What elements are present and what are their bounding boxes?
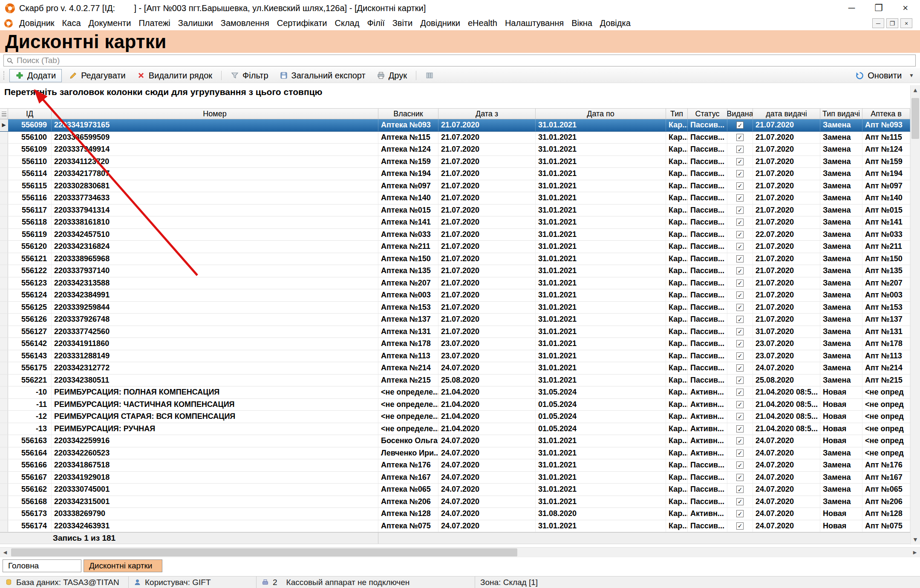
menu-item-13[interactable]: Вікна xyxy=(568,17,596,29)
filter-button[interactable]: Фільтр xyxy=(227,69,272,82)
table-row[interactable]: 556173 203338269790 Аптека №128 24.07.20… xyxy=(0,508,910,520)
issued-checkbox[interactable]: ✓ xyxy=(736,134,744,141)
issued-checkbox[interactable]: ✓ xyxy=(736,255,744,262)
maximize-button[interactable]: ❐ xyxy=(874,3,883,13)
menu-item-1[interactable]: Каса xyxy=(58,17,85,29)
scroll-down-arrow[interactable]: ▼ xyxy=(911,535,920,545)
menu-item-6[interactable]: Сертифікати xyxy=(273,17,331,29)
issued-checkbox[interactable]: ✓ xyxy=(736,510,744,517)
table-row[interactable]: 556175 2203342312772 Аптека №214 24.07.2… xyxy=(0,362,910,375)
table-row[interactable]: 556163 2203342259916 Босенко Ольга 24.07… xyxy=(0,435,910,447)
close-button[interactable]: × xyxy=(903,3,908,13)
menu-item-8[interactable]: Філії xyxy=(363,17,388,29)
issued-checkbox[interactable]: ✓ xyxy=(736,121,744,129)
table-row[interactable]: -10 РЕИМБУРСАЦИЯ: ПОЛНАЯ КОМПЕНСАЦИЯ <не… xyxy=(0,386,910,399)
table-row[interactable]: 556166 2203341867518 Аптека №176 24.07.2… xyxy=(0,459,910,472)
horizontal-scroll-thumb[interactable] xyxy=(11,548,517,556)
issued-checkbox[interactable]: ✓ xyxy=(736,413,744,420)
menu-item-11[interactable]: eHealth xyxy=(464,17,501,29)
table-row[interactable]: -11 РЕИМБУРСАЦИЯ: ЧАСТИЧНАЯ КОМПЕНСАЦИЯ … xyxy=(0,399,910,411)
menu-item-5[interactable]: Замовлення xyxy=(217,17,273,29)
issued-checkbox[interactable]: ✓ xyxy=(736,304,744,311)
column-header-0[interactable]: ІД xyxy=(8,109,52,119)
issued-checkbox[interactable]: ✓ xyxy=(736,437,744,444)
delete-row-button[interactable]: Видалити рядок xyxy=(133,69,216,82)
scroll-right-arrow[interactable]: ▶ xyxy=(910,548,920,557)
table-row[interactable]: 556099 2203341973165 Аптека №093 21.07.2… xyxy=(0,119,910,132)
scroll-up-arrow[interactable]: ▲ xyxy=(911,85,920,95)
table-row[interactable]: 556142 2203341911860 Аптека №178 23.07.2… xyxy=(0,338,910,350)
issued-checkbox[interactable]: ✓ xyxy=(736,425,744,432)
column-header-7[interactable]: Видана xyxy=(727,109,753,119)
scroll-left-arrow[interactable]: ◀ xyxy=(0,548,10,557)
issued-checkbox[interactable]: ✓ xyxy=(736,170,744,177)
print-button[interactable]: Друк xyxy=(373,69,411,82)
table-row[interactable]: -13 РЕИМБУРСАЦИЯ: РУЧНАЯ <не определе...… xyxy=(0,423,910,435)
issued-checkbox[interactable]: ✓ xyxy=(736,291,744,299)
minimize-button[interactable]: ─ xyxy=(848,3,855,13)
column-header-10[interactable]: Аптека в xyxy=(862,109,910,119)
issued-checkbox[interactable]: ✓ xyxy=(736,461,744,469)
table-row[interactable]: 556118 2203338161810 Аптека №141 21.07.2… xyxy=(0,216,910,229)
table-row[interactable]: 556168 2203342315001 Аптека №206 24.07.2… xyxy=(0,496,910,508)
issued-checkbox[interactable]: ✓ xyxy=(736,401,744,408)
table-row[interactable]: 556174 2203342463931 Аптека №075 24.07.2… xyxy=(0,520,910,533)
issued-checkbox[interactable]: ✓ xyxy=(736,182,744,190)
issued-checkbox[interactable]: ✓ xyxy=(736,450,744,457)
table-row[interactable]: 556123 2203342313588 Аптека №207 21.07.2… xyxy=(0,277,910,290)
vertical-scroll-thumb[interactable] xyxy=(911,98,919,139)
issued-checkbox[interactable]: ✓ xyxy=(736,158,744,165)
issued-checkbox[interactable]: ✓ xyxy=(736,146,744,153)
column-header-3[interactable]: Дата з xyxy=(438,109,536,119)
tab-0[interactable]: Головна xyxy=(3,559,81,572)
issued-checkbox[interactable]: ✓ xyxy=(736,377,744,384)
column-header-2[interactable]: Власник xyxy=(378,109,438,119)
column-header-1[interactable]: Номер xyxy=(52,109,378,119)
edit-button[interactable]: Редагувати xyxy=(65,69,130,82)
table-row[interactable]: 556124 2203342384991 Аптека №003 21.07.2… xyxy=(0,289,910,302)
table-row[interactable]: 556221 2203342380511 Аптека №215 25.08.2… xyxy=(0,375,910,387)
menu-item-12[interactable]: Налаштування xyxy=(501,17,568,29)
mdi-minimize-button[interactable]: ─ xyxy=(872,18,884,28)
grid-corner-cell[interactable] xyxy=(0,109,8,119)
menu-item-10[interactable]: Довідники xyxy=(416,17,464,29)
issued-checkbox[interactable]: ✓ xyxy=(736,498,744,505)
table-row[interactable]: 556119 2203342457510 Аптека №033 21.07.2… xyxy=(0,229,910,241)
table-row[interactable]: 556116 2203337734633 Аптека №140 21.07.2… xyxy=(0,192,910,205)
issued-checkbox[interactable]: ✓ xyxy=(736,352,744,360)
table-row[interactable]: 556143 2203331288149 Аптека №113 23.07.2… xyxy=(0,350,910,363)
table-row[interactable]: 556117 2203337941314 Аптека №015 21.07.2… xyxy=(0,205,910,217)
issued-checkbox[interactable]: ✓ xyxy=(736,267,744,274)
issued-checkbox[interactable]: ✓ xyxy=(736,243,744,250)
table-row[interactable]: 556115 2203302830681 Аптека №097 21.07.2… xyxy=(0,180,910,193)
issued-checkbox[interactable]: ✓ xyxy=(736,207,744,214)
issued-checkbox[interactable]: ✓ xyxy=(736,316,744,323)
search-input[interactable] xyxy=(16,55,915,66)
group-by-panel[interactable]: Перетягніть заголовок колонки сюди для у… xyxy=(0,85,910,99)
add-button[interactable]: Додати xyxy=(9,69,62,82)
mdi-close-button[interactable]: × xyxy=(900,18,912,28)
export-button[interactable]: Загальний експорт xyxy=(276,69,369,82)
table-row[interactable]: 556110 2203341123720 Аптека №159 21.07.2… xyxy=(0,156,910,168)
issued-checkbox[interactable]: ✓ xyxy=(736,389,744,396)
issued-checkbox[interactable]: ✓ xyxy=(736,194,744,202)
column-header-5[interactable]: Тип xyxy=(666,109,688,119)
menu-item-9[interactable]: Звіти xyxy=(389,17,416,29)
column-header-4[interactable]: Дата по xyxy=(536,109,666,119)
menu-item-4[interactable]: Залишки xyxy=(174,17,217,29)
refresh-dropdown-arrow[interactable]: ▼ xyxy=(909,72,914,78)
menu-item-7[interactable]: Склад xyxy=(331,17,363,29)
table-row[interactable]: 556127 2203337742560 Аптека №131 21.07.2… xyxy=(0,326,910,338)
issued-checkbox[interactable]: ✓ xyxy=(736,231,744,238)
issued-checkbox[interactable]: ✓ xyxy=(736,340,744,347)
table-row[interactable]: 556164 2203342260523 Левченко Ири... 24.… xyxy=(0,447,910,460)
table-row[interactable]: 556121 2203338965968 Аптека №150 21.07.2… xyxy=(0,253,910,265)
issued-checkbox[interactable]: ✓ xyxy=(736,474,744,481)
menu-item-3[interactable]: Платежі xyxy=(135,17,174,29)
refresh-button[interactable]: Оновити xyxy=(851,69,906,82)
table-row[interactable]: 556167 2203341929018 Аптека №167 24.07.2… xyxy=(0,472,910,484)
table-row[interactable]: -12 РЕИМБУРСАЦИЯ СТАРАЯ: ВСЯ КОМПЕНСАЦИЯ… xyxy=(0,411,910,423)
table-row[interactable]: 556126 2203337926748 Аптека №137 21.07.2… xyxy=(0,314,910,326)
table-row[interactable]: 556125 2203339259844 Аптека №153 21.07.2… xyxy=(0,302,910,314)
vertical-scrollbar[interactable]: ▲ ▼ xyxy=(910,85,920,545)
